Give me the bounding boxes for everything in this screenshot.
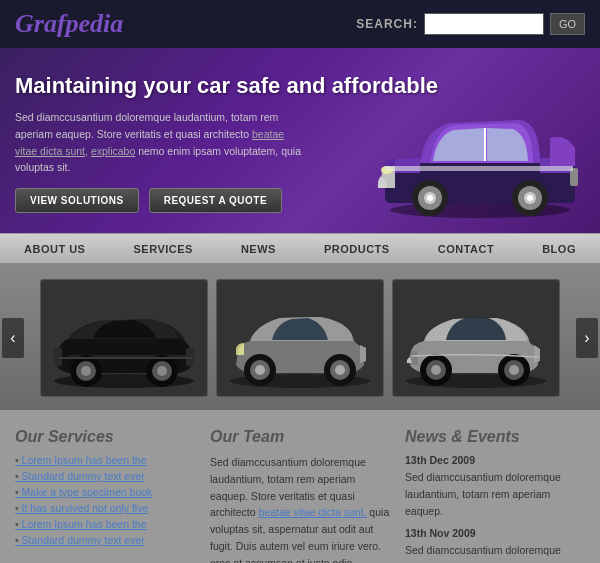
showcase-prev-button[interactable]: ‹	[2, 318, 24, 358]
car-card-1[interactable]	[40, 279, 208, 397]
nav-blog[interactable]: BLOG	[532, 239, 586, 259]
nav-news[interactable]: NEWS	[231, 239, 286, 259]
search-input[interactable]	[424, 13, 544, 35]
news-column: News & Events 13th Dec 2009 Sed diamccus…	[405, 428, 585, 563]
team-column: Our Team Sed diamccusantium doloremque l…	[210, 428, 390, 563]
svg-point-30	[335, 365, 345, 375]
svg-point-13	[527, 195, 533, 201]
hero-car-image	[365, 58, 595, 223]
list-item[interactable]: Standard dummy text ever	[15, 470, 195, 482]
hero-link-1[interactable]: beatae vitae dicta sunt,	[15, 128, 284, 157]
list-item[interactable]: Standard dummy text ever	[15, 534, 195, 546]
list-item[interactable]: It has survived not only five	[15, 502, 195, 514]
request-quote-button[interactable]: REQUEST A QUOTE	[149, 188, 282, 213]
news-date-2: 13th Nov 2009	[405, 527, 585, 539]
news-date-1: 13th Dec 2009	[405, 454, 585, 466]
search-area: SEARCH: GO	[356, 13, 585, 35]
showcase-next-button[interactable]: ›	[576, 318, 598, 358]
services-column: Our Services Lorem Ipsum has been the St…	[15, 428, 195, 563]
services-title: Our Services	[15, 428, 195, 446]
content-area: Our Services Lorem Ipsum has been the St…	[0, 410, 600, 563]
svg-point-9	[427, 195, 433, 201]
svg-point-18	[81, 366, 91, 376]
hero-banner: Maintaining your car safe and affordable…	[0, 48, 600, 233]
svg-point-37	[509, 365, 519, 375]
svg-point-27	[255, 365, 265, 375]
news-title: News & Events	[405, 428, 585, 446]
view-solutions-button[interactable]: VIEW SOLUTIONS	[15, 188, 139, 213]
news-text-1: Sed diamccusantium doloremque laudantium…	[405, 469, 585, 519]
nav-contact[interactable]: CONTACT	[428, 239, 504, 259]
nav-services[interactable]: SERVICES	[123, 239, 202, 259]
team-title: Our Team	[210, 428, 390, 446]
list-item[interactable]: Make a type specimen book	[15, 486, 195, 498]
hero-text: Sed diamccusantium doloremque laudantium…	[15, 109, 305, 176]
car-showcase: ‹	[0, 265, 600, 410]
hero-link-2[interactable]: explicabo	[91, 145, 135, 157]
svg-point-21	[157, 366, 167, 376]
car-card-3[interactable]	[392, 279, 560, 397]
list-item[interactable]: Lorem Ipsum has been the	[15, 518, 195, 530]
news-text-2: Sed diamccusantium doloremque laudantium…	[405, 542, 585, 563]
logo: Grafpedia	[15, 9, 123, 39]
services-list: Lorem Ipsum has been the Standard dummy …	[15, 454, 195, 546]
search-label: SEARCH:	[356, 17, 418, 31]
header: Grafpedia SEARCH: GO	[0, 0, 600, 48]
team-link[interactable]: beatae vitae dicta sunt,	[258, 506, 366, 518]
nav-products[interactable]: PRODUCTS	[314, 239, 400, 259]
nav-about-us[interactable]: ABOUT US	[14, 239, 95, 259]
svg-rect-5	[385, 166, 573, 171]
svg-point-34	[431, 365, 441, 375]
list-item[interactable]: Lorem Ipsum has been the	[15, 454, 195, 466]
showcase-inner	[10, 279, 590, 397]
main-nav: ABOUT US SERVICES NEWS PRODUCTS CONTACT …	[0, 233, 600, 265]
car-card-2[interactable]	[216, 279, 384, 397]
team-text: Sed diamccusantium doloremque laudantium…	[210, 454, 390, 563]
search-button[interactable]: GO	[550, 13, 585, 35]
